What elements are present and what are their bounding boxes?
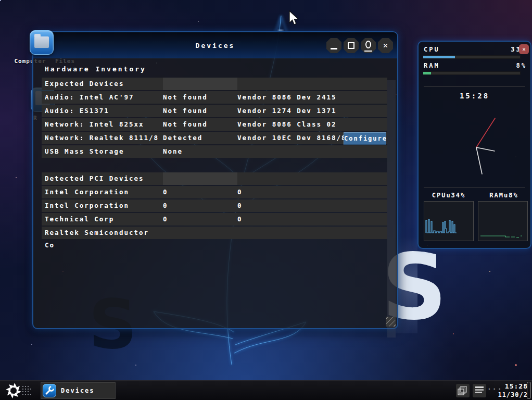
device-row: Network: Intel 825xxNot foundVendor 8086… [42, 118, 387, 131]
analog-clock [419, 104, 530, 186]
minimize-button[interactable] [326, 38, 341, 53]
start-menu-button[interactable] [3, 381, 32, 400]
divider [424, 188, 525, 188]
maximize-button[interactable] [344, 38, 359, 53]
digital-clock: 15:28 [419, 92, 530, 100]
devices-window: Devices ✕ Hardware Inventory Expected De… [32, 31, 398, 329]
desktop: S S Computer Files R Devic [0, 0, 532, 400]
hardware-table: Expected Devices Audio: Intel AC'97Not f… [42, 78, 387, 239]
taskbar-item-devices[interactable]: Devices [41, 382, 116, 399]
clock-time: 15:28 [498, 382, 528, 391]
start-logo-icon [3, 381, 32, 400]
window-titlebar[interactable]: Devices ✕ [33, 32, 397, 58]
minimize-icon [331, 48, 337, 49]
shade-icon [365, 41, 371, 48]
ram-progress-bar [423, 71, 521, 75]
cpu-history-graph [424, 201, 474, 241]
device-row: Audio: Intel AC'97Not foundVendor 8086 D… [42, 91, 387, 104]
scrollbar[interactable] [387, 80, 396, 338]
close-icon: ✕ [522, 46, 526, 53]
tray-list-button[interactable] [473, 384, 486, 397]
device-row: USB Mass StorageNone [42, 145, 387, 158]
resize-grip[interactable] [386, 317, 396, 327]
device-row: Intel Corporation00 [42, 186, 387, 198]
cpu-bar-fill [423, 56, 455, 58]
section-header-expected: Expected Devices [42, 78, 387, 90]
wrench-icon [43, 384, 56, 397]
shade-button[interactable] [361, 38, 376, 53]
cpu-graph-label: CPUu34% [424, 192, 474, 199]
ram-value: 8% [516, 62, 527, 69]
configure-button[interactable]: Configure [344, 132, 386, 145]
system-monitor-panel: CPU 33% ✕ RAM 8% 15:28 CPUu34% RAMu8% [417, 41, 531, 249]
ram-graph-label: RAMu8% [478, 192, 530, 199]
task-label: Devices [61, 387, 95, 394]
show-desktop-button[interactable] [527, 382, 531, 399]
device-row: Realtek Semiconductor Co [42, 227, 387, 239]
close-icon: ✕ [378, 41, 393, 50]
section-header-detected: Detected PCI Devices [42, 172, 387, 185]
ram-bar-fill [423, 72, 431, 74]
close-button[interactable]: ✕ [378, 38, 393, 53]
maximize-icon [348, 42, 354, 49]
divider [424, 86, 525, 87]
wallpaper-stars [0, 0, 1, 1]
clock-date: 11/30/2 [498, 391, 528, 399]
desktop-icon-computer[interactable] [30, 30, 54, 55]
cpu-progress-bar [423, 55, 521, 59]
overlapping-windows-icon [456, 384, 470, 397]
folder-icon [34, 36, 49, 48]
device-row: Technical Corp00 [42, 213, 387, 226]
taskbar: Devices ··· 15:28 11/30/2 [0, 380, 532, 400]
ram-history-graph [478, 201, 528, 241]
device-row: Network: Realtek 8111/8DetectedVendor 10… [42, 132, 387, 144]
list-icon [473, 384, 486, 397]
tray-workspaces-button[interactable] [456, 384, 470, 397]
table-spacer [42, 159, 387, 171]
cpu-label: CPU [424, 46, 440, 53]
panel-close-button[interactable]: ✕ [519, 44, 529, 54]
device-row: Audio: ES1371Not foundVendor 1274 Dev 13… [42, 105, 387, 117]
device-row: Intel Corporation00 [42, 199, 387, 212]
page-title: Hardware Inventory [45, 65, 397, 73]
ram-label: RAM [424, 62, 440, 69]
taskbar-clock: 15:28 11/30/2 [498, 382, 528, 399]
